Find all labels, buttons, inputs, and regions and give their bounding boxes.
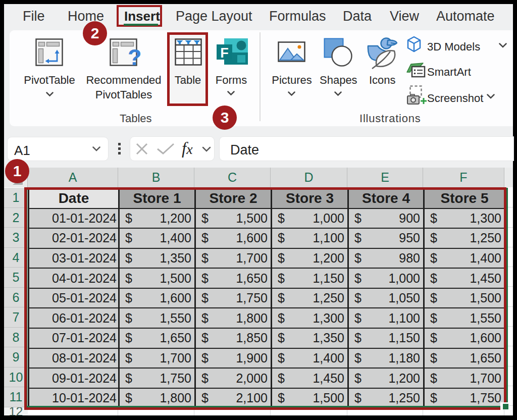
svg-text:?: ? <box>128 44 141 68</box>
svg-text:F: F <box>220 45 229 61</box>
